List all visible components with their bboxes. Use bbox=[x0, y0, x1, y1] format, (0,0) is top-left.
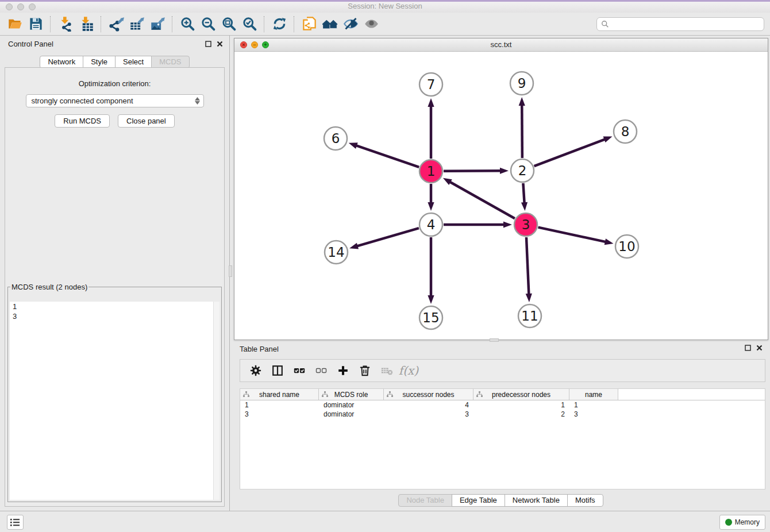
table-cell-successor-nodes[interactable]: 4 bbox=[384, 400, 473, 410]
mcds-result-line: 1 bbox=[10, 302, 220, 311]
mcds-result-list[interactable]: 13 bbox=[10, 302, 220, 500]
criterion-select[interactable]: strongly connected component bbox=[26, 94, 204, 107]
export-table-button[interactable] bbox=[126, 14, 147, 34]
table-cell-successor-nodes[interactable]: 3 bbox=[384, 410, 473, 419]
column-header-name[interactable]: name bbox=[569, 389, 618, 400]
function-builder-button[interactable]: f(x) bbox=[399, 361, 418, 380]
network-window-titlebar[interactable]: × − + scc.txt bbox=[234, 38, 768, 52]
search-input[interactable] bbox=[611, 18, 764, 30]
table-cell-predecessor-nodes[interactable]: 2 bbox=[473, 410, 569, 419]
open-session-button[interactable] bbox=[5, 14, 25, 34]
graph-edge-arrowhead bbox=[500, 168, 509, 174]
graph-node-1[interactable]: 1 bbox=[419, 160, 442, 183]
zoom-selected-icon bbox=[242, 16, 257, 32]
graph-node-3[interactable]: 3 bbox=[514, 213, 537, 236]
mcds-tab-content: Optimization criterion: strongly connect… bbox=[5, 67, 225, 507]
column-header-successor-nodes[interactable]: successor nodes bbox=[384, 389, 473, 400]
float-panel-button[interactable] bbox=[205, 40, 212, 48]
graph-edge-2-3[interactable] bbox=[523, 183, 524, 204]
graph-node-10[interactable]: 10 bbox=[615, 235, 638, 258]
select-all-columns-button[interactable] bbox=[290, 361, 309, 380]
attribute-type-icon bbox=[476, 391, 483, 398]
graph-node-9[interactable]: 9 bbox=[510, 72, 533, 95]
column-header-label: MCDS role bbox=[334, 391, 368, 399]
zoom-in-button[interactable] bbox=[177, 14, 198, 34]
home-view-button[interactable] bbox=[319, 14, 340, 34]
export-network-button[interactable] bbox=[106, 14, 126, 34]
graph-node-14[interactable]: 14 bbox=[325, 241, 348, 264]
tab-edge-table[interactable]: Edge Table bbox=[452, 494, 505, 507]
table-cell-shared-name[interactable]: 3 bbox=[240, 410, 319, 419]
network-canvas[interactable]: 1234678910111415 bbox=[234, 51, 768, 340]
graph-edge-2-8[interactable] bbox=[534, 139, 606, 166]
table-row[interactable]: 1dominator411 bbox=[240, 400, 765, 410]
graph-node-7[interactable]: 7 bbox=[419, 73, 442, 96]
graph-edge-1-6[interactable] bbox=[355, 145, 419, 167]
float-icon bbox=[745, 345, 751, 351]
graph-edge-2-9[interactable] bbox=[522, 104, 522, 158]
import-table-button[interactable] bbox=[76, 14, 97, 34]
unselect-all-columns-button[interactable] bbox=[311, 361, 331, 380]
table-cell-predecessor-nodes[interactable]: 1 bbox=[473, 400, 569, 410]
graph-edge-3-11[interactable] bbox=[526, 237, 529, 295]
import-network-button[interactable] bbox=[55, 14, 76, 34]
column-header-label: name bbox=[585, 391, 602, 399]
memory-button[interactable]: Memory bbox=[719, 515, 765, 530]
graph-node-15[interactable]: 15 bbox=[419, 306, 442, 329]
zoom-fit-button[interactable] bbox=[218, 14, 239, 34]
close-panel-button[interactable] bbox=[216, 40, 224, 48]
table-row[interactable]: 3dominator323 bbox=[240, 410, 765, 419]
column-header-predecessor-nodes[interactable]: predecessor nodes bbox=[473, 389, 569, 400]
tab-mcds[interactable]: MCDS bbox=[151, 56, 189, 68]
table-settings-button[interactable] bbox=[246, 361, 265, 380]
export-image-icon bbox=[150, 16, 165, 32]
tab-network-table[interactable]: Network Table bbox=[505, 494, 568, 507]
create-column-button[interactable] bbox=[333, 361, 353, 380]
graph-node-8[interactable]: 8 bbox=[614, 120, 637, 143]
zoom-selected-button[interactable] bbox=[239, 14, 260, 34]
tab-node-table[interactable]: Node Table bbox=[398, 494, 452, 507]
node-label: 2 bbox=[518, 163, 527, 178]
graph-node-11[interactable]: 11 bbox=[518, 304, 541, 327]
column-header-mcds-role[interactable]: MCDS role bbox=[319, 389, 384, 400]
graph-node-6[interactable]: 6 bbox=[324, 127, 347, 150]
float-table-panel-button[interactable] bbox=[744, 344, 752, 352]
table-header-row: shared nameMCDS rolesuccessor nodesprede… bbox=[240, 389, 765, 400]
graph-edge-3-1[interactable] bbox=[449, 182, 514, 219]
run-mcds-button[interactable]: Run MCDS bbox=[55, 114, 110, 128]
save-session-button[interactable] bbox=[25, 14, 46, 34]
close-panel-action-button[interactable]: Close panel bbox=[118, 114, 175, 128]
splitter-grip-vertical[interactable] bbox=[229, 265, 232, 277]
tab-select[interactable]: Select bbox=[115, 56, 152, 68]
column-header-shared-name[interactable]: shared name bbox=[240, 389, 319, 400]
graph-edge-3-10[interactable] bbox=[538, 228, 607, 242]
delete-table-button[interactable] bbox=[377, 361, 396, 380]
node-table: shared nameMCDS rolesuccessor nodesprede… bbox=[240, 388, 765, 489]
zoom-out-button[interactable] bbox=[198, 14, 218, 34]
show-columns-button[interactable] bbox=[268, 361, 287, 380]
graph-node-4[interactable]: 4 bbox=[419, 213, 442, 236]
show-all-button[interactable] bbox=[361, 14, 382, 34]
node-label: 7 bbox=[427, 77, 436, 92]
delete-column-button[interactable] bbox=[355, 361, 375, 380]
table-cell-mcds-role[interactable]: dominator bbox=[319, 410, 384, 419]
table-cell-mcds-role[interactable]: dominator bbox=[319, 400, 384, 410]
panels-menu-button[interactable] bbox=[7, 515, 24, 530]
tab-motifs[interactable]: Motifs bbox=[567, 494, 603, 507]
table-cell-name[interactable]: 3 bbox=[569, 410, 618, 419]
tab-network[interactable]: Network bbox=[40, 56, 83, 68]
graph-node-2[interactable]: 2 bbox=[511, 159, 534, 182]
refresh-view-button[interactable] bbox=[269, 14, 290, 34]
clone-network-button[interactable] bbox=[299, 14, 319, 34]
result-scrollbar[interactable] bbox=[213, 302, 220, 500]
hide-selected-button[interactable] bbox=[340, 14, 361, 34]
close-table-panel-button[interactable] bbox=[756, 344, 763, 352]
table-cell-shared-name[interactable]: 1 bbox=[240, 400, 319, 410]
graph-edge-1-2[interactable] bbox=[444, 171, 502, 171]
memory-label: Memory bbox=[735, 518, 760, 526]
node-label: 14 bbox=[328, 245, 344, 260]
graph-edge-4-14[interactable] bbox=[356, 228, 419, 246]
table-cell-name[interactable]: 1 bbox=[569, 400, 618, 410]
export-image-button[interactable] bbox=[147, 14, 168, 34]
tab-style[interactable]: Style bbox=[83, 56, 116, 68]
